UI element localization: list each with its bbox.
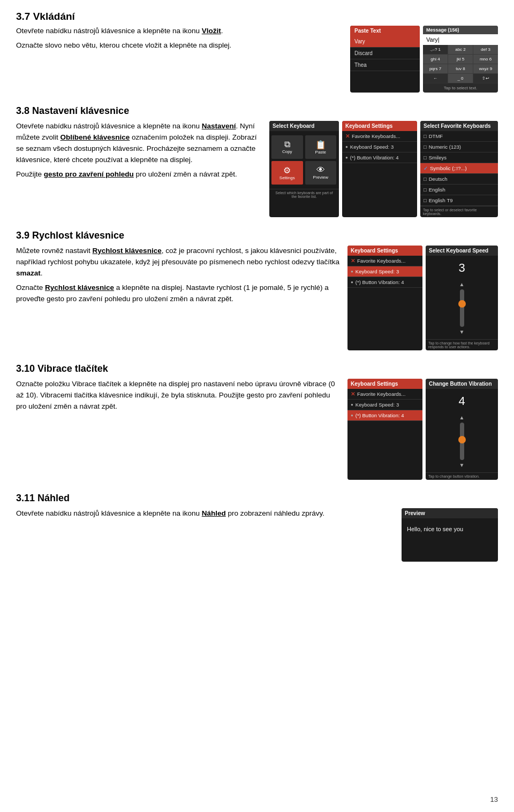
dot-icon-310-3: ● [351, 413, 353, 418]
kb-39-item-1: ✕ Favorite Keyboards... [347, 256, 422, 266]
section-39-para2: Označte Rychlost klávesnice a klepněte n… [16, 282, 341, 305]
kb-icon-settings: ⚙ Settings [271, 161, 303, 185]
paste-vary: Vary [350, 36, 420, 48]
vibration-slider: ▲ ▼ [426, 410, 498, 472]
dot-icon-39-3: ● [351, 280, 353, 285]
kb-310-item-1: ✕ Favorite Keyboards... [347, 389, 422, 400]
key-0: _ 0 [448, 74, 473, 83]
kb-settings-label-2: Keyboard Speed: 3 [350, 144, 394, 150]
paste-text-title: Paste Text [350, 26, 420, 36]
select-fav-title: Select Favorite Keyboards [420, 121, 498, 131]
kb-icons-grid: ⧉ Copy 📋 Paste ⚙ Settings 👁 [269, 131, 339, 189]
section-38-heading: 3.8 Nastavení klávesnice [16, 105, 498, 117]
kb-settings-label-1: Favorite Keyboards... [352, 133, 400, 139]
preview-symbol: 👁 [307, 165, 335, 175]
kb-39-item-2: ● Keyboard Speed: 3 [347, 266, 422, 277]
section-311: 3.11 Náhled Otevřete nabídku nástrojů kl… [16, 493, 498, 562]
section-37-screens: Paste Text Vary Discard Thea Message (15… [350, 26, 498, 93]
page-number: 13 [490, 795, 498, 803]
section-39-text: Můžete rovněž nastavit Rychlost klávesni… [16, 246, 341, 308]
preview-title: Preview [402, 508, 498, 518]
section-310-text: Označte položku Vibrace tlačítek a klepn… [16, 379, 341, 416]
speed-value: 3 [426, 256, 498, 277]
section-39-heading: 3.9 Rychlost klávesnice [16, 230, 498, 241]
section-311-text: Otevřete nabídku nástrojů klávesnice a k… [16, 508, 395, 523]
section-310-row: Označte položku Vibrace tlačítek a klepn… [16, 379, 498, 480]
section-38-para2: Použijte gesto pro zavření pohledu pro u… [16, 169, 263, 180]
kb-310-item-3: ● (*) Button Vibration: 4 [347, 410, 422, 421]
key-7: pqrs 7 [423, 64, 448, 73]
kb-icon-copy: ⧉ Copy [271, 135, 303, 159]
preview-text: Hello, nice to see you [402, 518, 498, 540]
x-icon-310-1: ✕ [351, 391, 355, 397]
message-screen: Message (156) Vary| .,–? 1 abc 2 def 3 g… [423, 26, 498, 93]
kb-settings-title: Keyboard Settings [342, 121, 417, 131]
slider-down-arrow: ▼ [459, 329, 465, 335]
slider-track [460, 289, 464, 327]
x-icon-1: ✕ [345, 133, 350, 139]
change-vibration-screen: Change Button Vibration 4 ▲ ▼ Tap to cha… [426, 379, 498, 480]
x-icon-39-1: ✕ [351, 258, 355, 264]
kb-settings-item-2: ● Keyboard Speed: 3 [342, 142, 417, 152]
vibration-footer: Tap to change button vibration. [426, 472, 498, 480]
select-speed-screen: Select Keyboard Speed 3 ▲ ▼ Tap to chang… [426, 246, 498, 350]
kb-settings-item-3: ● (*) Button Vibration: 4 [342, 152, 417, 163]
paste-label: Paste [307, 150, 335, 155]
change-vib-title: Change Button Vibration [426, 379, 498, 389]
speed-footer: Tap to change how fast the keyboard resp… [426, 339, 498, 350]
kb-settings-title-310: Keyboard Settings [347, 379, 422, 389]
dot-icon-310-2: ● [351, 402, 353, 407]
select-kb-title: Select Keyboard [269, 121, 339, 131]
slider-thumb [458, 300, 466, 308]
vib-slider-up-arrow: ▲ [459, 415, 465, 420]
section-39: 3.9 Rychlost klávesnice Můžete rovněž na… [16, 230, 498, 350]
section-310-heading: 3.10 Vibrace tlačítek [16, 363, 498, 374]
section-310-para1: Označte položku Vibrace tlačítek a klepn… [16, 379, 341, 412]
kb-settings-screen-310: Keyboard Settings ✕ Favorite Keyboards..… [347, 379, 422, 480]
key-4: ghi 4 [423, 55, 448, 64]
paste-thea: Thea [350, 59, 420, 71]
section-37: 3.7 Vkládání Otevřete nabídku nástrojů k… [16, 11, 498, 93]
vib-slider-track [460, 423, 464, 460]
key-back: ← [423, 74, 448, 83]
kb-settings-item-1: ✕ Favorite Keyboards... [342, 131, 417, 142]
vibration-value: 4 [426, 389, 498, 410]
section-311-screens: Preview Hello, nice to see you [402, 508, 498, 562]
dot-icon-3: ● [345, 155, 348, 160]
key-1: .,–? 1 [423, 45, 448, 54]
copy-symbol: ⧉ [274, 140, 301, 149]
select-fav-screen: Select Favorite Keyboards □ DTMF □ Numer… [420, 121, 498, 217]
kb-settings-title-39: Keyboard Settings [347, 246, 422, 256]
kb-icon-paste: 📋 Paste [305, 135, 337, 159]
dot-icon-2: ● [345, 144, 348, 149]
key-9: wxyz 9 [473, 64, 498, 73]
kb-39-item-3: ● (*) Button Vibration: 4 [347, 277, 422, 288]
fav-english: □ English [420, 185, 498, 195]
fav-deutsch: □ Deutsch [420, 174, 498, 185]
paste-symbol: 📋 [307, 140, 335, 150]
section-38-text: Otevřete nabídku nástrojů klávesnice a k… [16, 121, 263, 183]
section-310-screens: Keyboard Settings ✕ Favorite Keyboards..… [347, 379, 498, 480]
section-37-para1: Otevřete nabídku nástrojů klávesnice a k… [16, 26, 344, 37]
key-5: jkl 5 [448, 55, 473, 64]
settings-symbol: ⚙ [274, 165, 301, 175]
speed-slider: ▲ ▼ [426, 277, 498, 339]
paste-discard: Discard [350, 48, 420, 59]
key-2: abc 2 [448, 45, 473, 54]
section-37-row: Otevřete nabídku nástrojů klávesnice a k… [16, 26, 498, 93]
fav-numeric: □ Numeric (123) [420, 142, 498, 152]
select-keyboard-screen: Select Keyboard ⧉ Copy 📋 Paste ⚙ Settin [269, 121, 339, 217]
section-37-text: Otevřete nabídku nástrojů klávesnice a k… [16, 26, 344, 55]
message-title: Message (156) [423, 26, 498, 34]
slider-up-arrow: ▲ [459, 281, 465, 287]
preview-label: Preview [307, 175, 335, 180]
kb-310-item-2: ● Keyboard Speed: 3 [347, 400, 422, 410]
fav-english-t9: □ English T9 [420, 195, 498, 206]
page-content: 3.7 Vkládání Otevřete nabídku nástrojů k… [0, 0, 514, 594]
fav-dtmf: □ DTMF [420, 131, 498, 142]
section-311-row: Otevřete nabídku nástrojů klávesnice a k… [16, 508, 498, 562]
kb-icon-preview: 👁 Preview [305, 161, 337, 185]
settings-label: Settings [274, 175, 301, 180]
kb-settings-screen: Keyboard Settings ✕ Favorite Keyboards..… [342, 121, 417, 217]
section-37-heading: 3.7 Vkládání [16, 11, 498, 22]
